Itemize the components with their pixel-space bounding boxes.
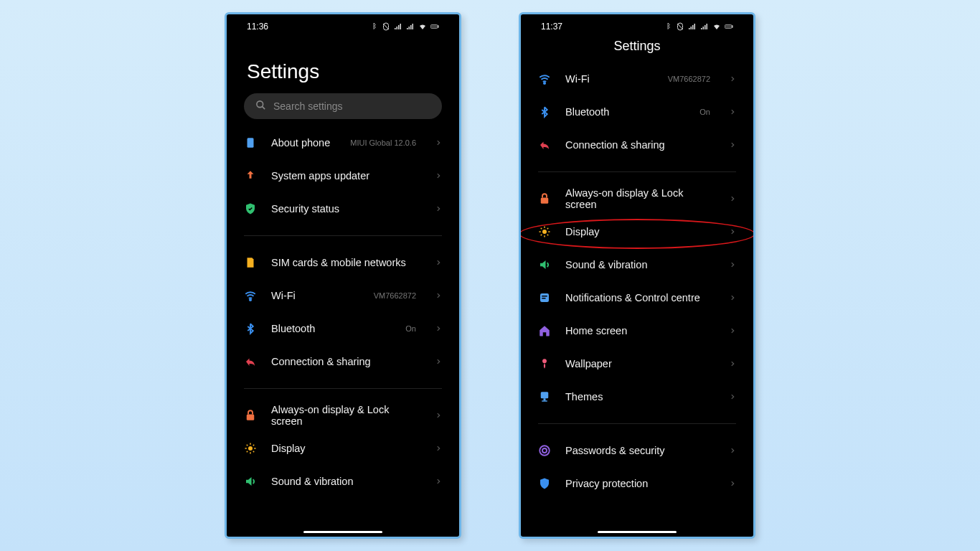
settings-row-sound[interactable]: Sound & vibration <box>227 465 459 498</box>
chevron-right-icon <box>729 141 736 149</box>
row-label: Connection & sharing <box>565 139 715 151</box>
row-label: Home screen <box>565 325 715 336</box>
settings-row-security[interactable]: Security status <box>227 192 459 225</box>
svg-rect-2 <box>431 25 437 27</box>
svg-rect-1 <box>438 26 438 28</box>
settings-row-bluetooth[interactable]: BluetoothOn <box>521 95 753 128</box>
row-label: Display <box>565 226 715 237</box>
battery-icon <box>430 22 439 31</box>
row-label: Always-on display & Lock screen <box>565 187 715 210</box>
settings-row-display[interactable]: Display <box>521 215 753 248</box>
themes-icon <box>538 390 551 403</box>
search-icon <box>255 100 266 113</box>
svg-rect-6 <box>247 415 255 420</box>
settings-row-passwords[interactable]: Passwords & security <box>521 434 753 467</box>
separator <box>538 423 736 424</box>
settings-row-lock[interactable]: Always-on display & Lock screen <box>227 399 459 432</box>
status-bar: 11:37 <box>521 14 753 34</box>
settings-row-privacy[interactable]: Privacy protection <box>521 467 753 500</box>
row-label: Wallpaper <box>565 358 715 369</box>
separator <box>244 388 442 389</box>
row-label: Security status <box>271 203 420 215</box>
battery-icon <box>725 22 733 31</box>
clock: 11:36 <box>247 22 268 32</box>
signal-icon <box>406 22 415 31</box>
row-label: SIM cards & mobile networks <box>271 257 420 268</box>
settings-row-display[interactable]: Display <box>227 432 459 465</box>
phone-left: 11:36 Settings About phoneMIUI Global 12… <box>225 12 461 539</box>
bluetooth-icon <box>244 322 257 335</box>
chevron-right-icon <box>435 358 442 365</box>
settings-row-wallpaper[interactable]: Wallpaper <box>521 347 753 380</box>
svg-point-21 <box>542 448 547 453</box>
chevron-right-icon <box>729 360 736 367</box>
dnd-icon <box>676 22 684 31</box>
chevron-right-icon <box>435 205 442 212</box>
row-value: On <box>699 108 710 116</box>
status-icons <box>664 22 733 31</box>
search-box[interactable] <box>244 93 442 119</box>
status-icons <box>369 22 439 31</box>
nav-handle[interactable] <box>303 531 382 533</box>
sound-icon <box>244 475 257 488</box>
settings-row-wifi[interactable]: Wi-FiVM7662872 <box>227 279 459 312</box>
display-icon <box>244 442 257 455</box>
settings-row-sim[interactable]: SIM cards & mobile networks <box>227 246 459 279</box>
clock: 11:37 <box>541 22 562 32</box>
chevron-right-icon <box>435 478 442 485</box>
row-label: System apps updater <box>271 170 420 182</box>
settings-row-about[interactable]: About phoneMIUI Global 12.0.6 <box>227 126 459 159</box>
svg-rect-15 <box>542 296 547 297</box>
chevron-right-icon <box>729 393 736 400</box>
chevron-right-icon <box>729 447 736 454</box>
svg-point-11 <box>544 83 545 84</box>
row-label: Sound & vibration <box>271 476 420 487</box>
settings-row-sound[interactable]: Sound & vibration <box>521 248 753 281</box>
separator <box>538 171 736 172</box>
home-icon <box>538 324 551 337</box>
page-title: Settings <box>521 34 753 62</box>
settings-row-notif[interactable]: Notifications & Control centre <box>521 281 753 314</box>
svg-point-13 <box>542 230 547 234</box>
row-value: VM7662872 <box>374 291 416 300</box>
nav-handle[interactable] <box>598 531 677 533</box>
svg-rect-17 <box>541 392 549 398</box>
chevron-right-icon <box>435 259 442 266</box>
svg-rect-10 <box>725 25 731 27</box>
settings-row-share[interactable]: Connection & sharing <box>227 345 459 378</box>
chevron-right-icon <box>729 108 736 116</box>
wifi-status-icon <box>418 22 427 31</box>
row-value: MIUI Global 12.0.6 <box>350 138 416 147</box>
phone-right: 11:37 Settings Wi-FiVM7662872BluetoothOn… <box>519 12 755 539</box>
settings-list-left: About phoneMIUI Global 12.0.6System apps… <box>227 126 459 498</box>
svg-point-20 <box>540 446 550 456</box>
svg-rect-4 <box>248 138 254 148</box>
chevron-right-icon <box>729 327 736 334</box>
search-input[interactable] <box>273 100 430 112</box>
bluetooth-status-icon <box>664 22 672 31</box>
settings-row-updater[interactable]: System apps updater <box>227 159 459 192</box>
row-label: Wi-Fi <box>271 290 359 301</box>
status-bar: 11:36 <box>227 14 459 34</box>
row-value: On <box>405 324 416 333</box>
settings-list-right: Wi-FiVM7662872BluetoothOnConnection & sh… <box>521 62 753 500</box>
sound-icon <box>538 258 551 271</box>
settings-row-share[interactable]: Connection & sharing <box>521 128 753 161</box>
chevron-right-icon <box>729 228 736 235</box>
chevron-right-icon <box>729 195 736 202</box>
settings-row-lock[interactable]: Always-on display & Lock screen <box>521 182 753 215</box>
bluetooth-icon <box>538 105 551 118</box>
row-label: Always-on display & Lock screen <box>271 404 420 427</box>
settings-row-bluetooth[interactable]: BluetoothOn <box>227 312 459 345</box>
settings-row-home[interactable]: Home screen <box>521 314 753 347</box>
row-label: Connection & sharing <box>271 356 420 367</box>
passwords-icon <box>538 444 551 457</box>
chevron-right-icon <box>729 261 736 268</box>
svg-point-5 <box>250 299 251 301</box>
bluetooth-status-icon <box>369 22 378 31</box>
svg-point-7 <box>248 446 253 451</box>
settings-row-themes[interactable]: Themes <box>521 380 753 413</box>
settings-row-wifi[interactable]: Wi-FiVM7662872 <box>521 62 753 95</box>
row-label: Notifications & Control centre <box>565 292 715 303</box>
row-label: Display <box>271 443 420 454</box>
